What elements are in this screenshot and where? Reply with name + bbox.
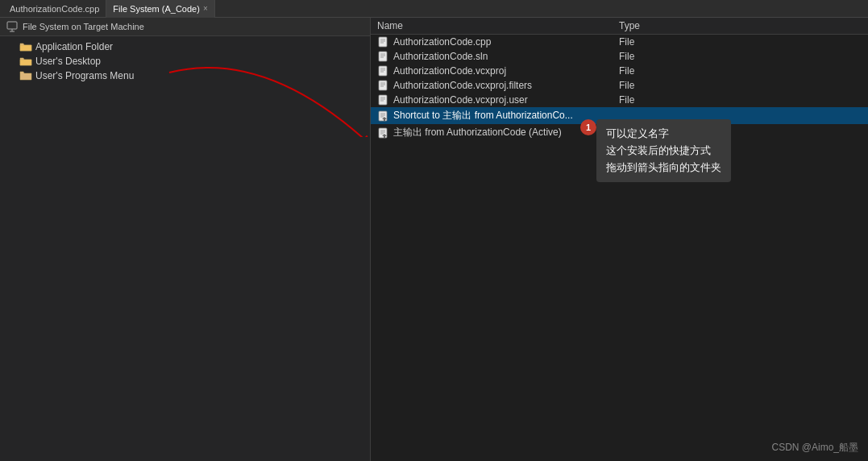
shortcut-file-icon (377, 110, 390, 122)
file-icon (377, 65, 390, 77)
annotation-bubble: 可以定义名字 这个安装后的快捷方式 拖动到箭头指向的文件夹 (596, 119, 731, 182)
file-icon (377, 94, 390, 106)
tab-authorizationcode[interactable]: AuthorizationCode.cpp (3, 0, 106, 18)
file-row[interactable]: AuthorizationCode.slnFile (371, 49, 868, 64)
file-type-text: File (619, 65, 700, 77)
file-row[interactable]: AuthorizationCode.cppFile (371, 35, 868, 49)
tab-close-icon[interactable]: × (203, 4, 208, 13)
tree-item-application-folder[interactable]: Application Folder (0, 39, 370, 54)
svg-rect-7 (379, 52, 387, 61)
tab-label: AuthorizationCode.cpp (10, 4, 99, 14)
tree-area: Application Folder User's Desktop User's… (0, 36, 370, 461)
svg-rect-11 (379, 66, 387, 76)
file-name-text: AuthorizationCode.cpp (393, 36, 491, 48)
tree-label-users-programs-menu: User's Programs Menu (35, 70, 134, 81)
tree-label-users-desktop: User's Desktop (35, 56, 101, 67)
file-icon (377, 36, 390, 48)
main-container: File System on Target Machine Applicatio… (0, 18, 868, 461)
file-type-text: File (619, 36, 700, 48)
left-panel-title: File System on Target Machine (23, 22, 144, 31)
file-name-text: AuthorizationCode.vcxproj.user (393, 94, 528, 106)
tab-bar: AuthorizationCode.cpp File System (A_Cod… (0, 0, 868, 18)
watermark: CSDN @Aimo_船墨 (771, 441, 858, 455)
left-panel-header: File System on Target Machine (0, 18, 370, 36)
svg-rect-19 (379, 95, 387, 105)
file-table-header: Name Type (371, 18, 868, 35)
folder-open-icon (19, 41, 32, 52)
file-type-text: File (619, 80, 700, 91)
file-table: AuthorizationCode.cppFile AuthorizationC… (371, 35, 868, 461)
file-row[interactable]: AuthorizationCode.vcxprojFile (371, 64, 868, 78)
file-name-text: AuthorizationCode.vcxproj.filters (393, 80, 532, 91)
computer-icon (6, 21, 18, 32)
left-panel: File System on Target Machine Applicatio… (0, 18, 371, 461)
folder-closed-icon-programs (19, 70, 32, 81)
file-row[interactable]: AuthorizationCode.vcxproj.filtersFile (371, 78, 868, 93)
annotation-line-2: 这个安装后的快捷方式 (606, 143, 721, 160)
folder-open-icon-desktop (19, 56, 32, 67)
svg-rect-23 (379, 111, 387, 121)
file-name-text: AuthorizationCode.vcxproj (393, 65, 506, 77)
tab-filesystem[interactable]: File System (A_Code) × (106, 0, 214, 18)
file-icon (377, 51, 390, 62)
file-name-text: 主输出 from AuthorizationCode (Active) (393, 126, 562, 139)
annotation-line-1: 可以定义名字 (606, 126, 721, 143)
svg-rect-15 (379, 81, 387, 90)
column-header-type: Type (619, 20, 700, 31)
shortcut-file-icon (377, 127, 390, 139)
svg-rect-0 (7, 22, 17, 29)
tree-item-users-programs-menu[interactable]: User's Programs Menu (0, 69, 370, 83)
file-name-text: Shortcut to 主输出 from AuthorizationCo... (393, 109, 573, 123)
tree-label-application-folder: Application Folder (35, 41, 113, 52)
right-panel: Name Type AuthorizationCode.cppFile Auth… (371, 18, 868, 461)
column-header-name: Name (377, 20, 619, 31)
file-row[interactable]: AuthorizationCode.vcxproj.userFile (371, 93, 868, 107)
svg-rect-27 (379, 128, 387, 138)
svg-rect-3 (379, 37, 387, 47)
file-type-text: File (619, 94, 700, 106)
tree-item-users-desktop[interactable]: User's Desktop (0, 54, 370, 69)
annotation-line-3: 拖动到箭头指向的文件夹 (606, 160, 721, 177)
file-type-text: File (619, 51, 700, 62)
file-name-text: AuthorizationCode.sln (393, 51, 488, 62)
annotation-number-badge: 1 (580, 119, 596, 135)
file-icon (377, 80, 390, 91)
tab-label-active: File System (A_Code) (113, 4, 200, 14)
